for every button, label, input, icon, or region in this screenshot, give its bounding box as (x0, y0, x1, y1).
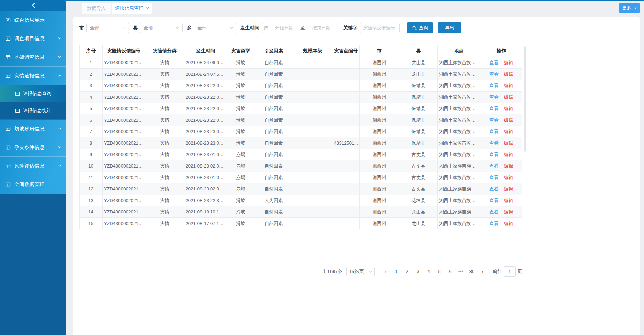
sidebar-item-1[interactable]: 调查项目信息 (0, 29, 66, 48)
cell-type: 崩塌 (227, 149, 254, 160)
page-size-select[interactable]: 15条/页 (346, 267, 375, 276)
cell-code: YZD43000020210... (103, 160, 145, 172)
view-link[interactable]: 查看 (489, 175, 499, 180)
sidebar-item-2[interactable]: 基础调查信息 (0, 48, 66, 67)
page-number-80[interactable]: 80 (467, 267, 476, 276)
cell-no: 10 (80, 160, 103, 172)
cell-time: 2021-08-23 02:00:00 (184, 160, 227, 172)
sidebar-item-4[interactable]: 切坡建房信息 (0, 120, 66, 138)
query-button[interactable]: 查询 (407, 22, 433, 33)
table-row: 15YZD43000020210...灾情2021-08-17 07:12:00… (80, 218, 522, 229)
sidebar-subitem-3-0[interactable]: 速报信息查询 (0, 85, 66, 102)
view-link[interactable]: 查看 (489, 140, 499, 146)
chevron-down-icon (229, 26, 233, 30)
cell-code: YZD43000020210... (103, 80, 145, 92)
edit-link[interactable]: 编辑 (504, 152, 513, 157)
edit-link[interactable]: 编辑 (504, 221, 513, 226)
view-link[interactable]: 查看 (489, 152, 499, 157)
page-number-3[interactable]: 3 (413, 267, 422, 276)
sidebar-item-0[interactable]: 综合信息展示 (0, 11, 66, 29)
chevron-down-icon (122, 26, 126, 30)
cell-city: 湘西州 (360, 218, 399, 229)
cell-location: 湘西土家族苗族自... (438, 183, 480, 195)
edit-link[interactable]: 编辑 (504, 129, 513, 134)
keyword-input[interactable] (360, 23, 400, 33)
cell-category: 灾情 (145, 149, 184, 160)
cell-location: 湘西土家族苗族自... (438, 103, 480, 114)
edit-link[interactable]: 编辑 (504, 118, 513, 123)
table-row: 5YZD43000020210...灾情2021-08-23 22:00:00滑… (80, 103, 522, 114)
cell-category: 灾情 (145, 92, 184, 103)
page-number-5[interactable]: 5 (435, 267, 444, 276)
cell-time: 2021-08-23 22:00:00 (184, 80, 227, 92)
edit-link[interactable]: 编辑 (504, 72, 513, 77)
edit-link[interactable]: 编辑 (504, 209, 513, 214)
tab-report-query[interactable]: 速报信息查询 × (112, 3, 152, 14)
view-link[interactable]: 查看 (489, 83, 499, 88)
sidebar-collapse-button[interactable] (0, 0, 66, 11)
vertical-scrollbar-thumb[interactable] (524, 46, 526, 152)
edit-link[interactable]: 编辑 (504, 186, 513, 191)
view-link[interactable]: 查看 (489, 118, 499, 123)
prev-page-button[interactable]: ‹ (381, 267, 390, 276)
edit-link[interactable]: 编辑 (504, 140, 513, 146)
view-link[interactable]: 查看 (489, 198, 499, 203)
county-select-value: 全部 (144, 25, 176, 31)
sidebar-item-5[interactable]: 孕灾条件信息 (0, 138, 66, 157)
goto-page-input[interactable] (504, 266, 516, 277)
edit-link[interactable]: 编辑 (504, 198, 513, 203)
sidebar-item-label: 灾情速报信息 (14, 73, 58, 79)
sidebar-item-3[interactable]: 灾情速报信息 (0, 67, 66, 85)
view-link[interactable]: 查看 (489, 72, 499, 77)
view-link[interactable]: 查看 (489, 163, 499, 169)
tab-data-import[interactable]: 数据导入 (82, 3, 111, 14)
table-row: 14YZD43000020210...灾情2021-08-18 10:11:00… (80, 206, 522, 218)
view-link[interactable]: 查看 (489, 209, 499, 214)
cell-county: 保靖县 (399, 80, 438, 92)
cell-no: 13 (80, 195, 103, 206)
view-link[interactable]: 查看 (489, 95, 499, 100)
table-row: 8YZD43000020210...灾情2021-08-23 23:00:00滑… (80, 137, 522, 149)
column-header: 规模等级 (293, 45, 332, 57)
sidebar-item-7[interactable]: 空间数据管理 (0, 175, 66, 194)
township-select[interactable]: 全部 (194, 23, 236, 33)
sidebar-item-6[interactable]: 风险评估信息 (0, 157, 66, 175)
cell-city: 湘西州 (360, 206, 399, 218)
city-select[interactable]: 全部 (86, 23, 129, 33)
edit-link[interactable]: 编辑 (504, 163, 513, 169)
tab-bar: 数据导入 速报信息查询 × 更多 (66, 1, 644, 16)
tab-close-icon[interactable]: × (146, 6, 149, 10)
more-button[interactable]: 更多 (619, 3, 640, 13)
page-number-6[interactable]: 6 (446, 267, 455, 276)
view-link[interactable]: 查看 (489, 129, 499, 134)
start-date-input[interactable]: 开始日期 (269, 25, 300, 31)
county-select[interactable]: 全部 (140, 23, 183, 33)
cell-category: 灾情 (145, 80, 184, 92)
cell-cause: 人为因素 (254, 195, 293, 206)
page-number-4[interactable]: 4 (424, 267, 433, 276)
view-link[interactable]: 查看 (489, 186, 499, 191)
next-page-button[interactable]: › (478, 267, 487, 276)
date-range-picker[interactable]: 开始日期 至 结束日期 (262, 23, 339, 33)
view-link[interactable]: 查看 (489, 60, 499, 65)
cell-time: 2021-08-23 23:00:00 (184, 137, 227, 149)
cell-type: 崩塌 (227, 183, 254, 195)
chevron-down-icon (633, 6, 637, 10)
edit-link[interactable]: 编辑 (504, 175, 513, 180)
cell-category: 灾情 (145, 218, 184, 229)
edit-link[interactable]: 编辑 (504, 95, 513, 100)
edit-link[interactable]: 编辑 (504, 106, 513, 111)
sidebar-subitem-3-1[interactable]: 速报信息统计 (0, 102, 66, 120)
page-number-1[interactable]: 1 (392, 267, 401, 276)
edit-link[interactable]: 编辑 (504, 60, 513, 65)
cell-city: 湘西州 (360, 114, 399, 126)
view-link[interactable]: 查看 (489, 221, 499, 226)
cell-county: 保靖县 (399, 92, 438, 103)
sidebar-item-label: 切坡建房信息 (14, 126, 58, 132)
export-button[interactable]: 导出 (438, 22, 461, 33)
cell-cause: 自然因素 (254, 183, 293, 195)
page-number-2[interactable]: 2 (403, 267, 411, 276)
view-link[interactable]: 查看 (489, 106, 499, 111)
end-date-input[interactable]: 结束日期 (306, 25, 337, 31)
edit-link[interactable]: 编辑 (504, 83, 513, 88)
